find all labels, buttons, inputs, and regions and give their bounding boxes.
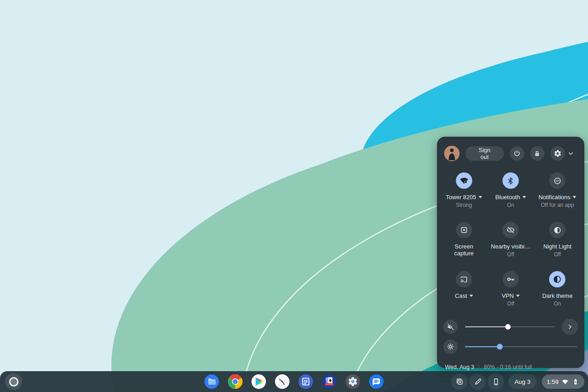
quick-settings-panel: Sign out: [437, 137, 584, 368]
messages-app-icon[interactable]: [369, 374, 384, 389]
vpn-key-icon[interactable]: [503, 271, 519, 287]
tile-status: Strong: [456, 202, 472, 208]
bluetooth-icon[interactable]: [503, 172, 519, 189]
shelf: Aug 3 1:59: [0, 371, 588, 392]
footer-date: Wed, Aug 3: [445, 364, 474, 370]
holding-space-button[interactable]: [451, 373, 468, 390]
brightness-slider-fill: [465, 346, 500, 348]
wifi-locked-icon[interactable]: [456, 172, 472, 189]
sliders-section: [437, 312, 584, 356]
battery-status-text: 80% - 0:16 until full: [484, 364, 531, 370]
brightness-slider-row: [443, 338, 578, 356]
shelf-time: 1:59: [547, 378, 559, 385]
do-not-disturb-icon[interactable]: [549, 172, 565, 189]
dropdown-arrow-icon[interactable]: [516, 295, 520, 297]
brightness-slider-thumb[interactable]: [497, 344, 503, 350]
tile-cast[interactable]: Cast: [441, 271, 487, 312]
settings-app-icon[interactable]: [345, 374, 360, 389]
status-area-pill[interactable]: 1:59: [542, 374, 584, 389]
shelf-date: Aug 3: [514, 378, 530, 385]
wifi-status-icon: [561, 378, 569, 386]
status-tray: Aug 3 1:59: [451, 373, 584, 390]
quick-settings-tiles: Tower 8205 Strong Bluetooth On: [437, 165, 584, 312]
dropdown-arrow-icon[interactable]: [479, 196, 482, 198]
text-editor-app-icon[interactable]: [298, 374, 313, 389]
tile-status: Off for an app: [541, 202, 574, 208]
quick-settings-footer: Wed, Aug 3 80% - 0:16 until full: [437, 358, 584, 370]
files-app-icon[interactable]: [204, 374, 219, 389]
settings-button[interactable]: [550, 146, 565, 161]
tile-screen-capture[interactable]: Screen capture: [441, 222, 487, 263]
collapse-chevron-icon: [567, 150, 574, 157]
tile-status: Off: [507, 251, 514, 258]
screen-capture-icon[interactable]: [456, 222, 472, 238]
battery-charging-icon: [572, 378, 579, 386]
audio-settings-button[interactable]: [562, 319, 578, 335]
launcher-icon: [9, 377, 19, 387]
power-icon: [513, 149, 521, 158]
volume-slider-row: [443, 318, 578, 336]
play-store-app-icon[interactable]: [251, 374, 266, 389]
tile-status: Off: [507, 301, 514, 307]
tile-dark-theme[interactable]: Dark theme On: [534, 271, 581, 312]
settings-gear-icon: [554, 149, 562, 158]
dark-theme-icon[interactable]: [549, 271, 565, 287]
tile-label: VPN: [502, 292, 514, 299]
volume-mute-button[interactable]: [443, 320, 458, 334]
holding-space-icon: [455, 377, 464, 386]
tile-label: Bluetooth: [495, 194, 520, 201]
tile-night-light[interactable]: Night Light Off: [534, 222, 581, 263]
volume-slider-fill: [465, 326, 508, 328]
calendar-date-pill[interactable]: Aug 3: [508, 374, 536, 389]
tile-notifications[interactable]: Notifications Off for an app: [534, 172, 581, 214]
phone-hub-icon: [492, 378, 500, 386]
tile-label: Tower 8205: [446, 194, 476, 201]
stylus-tools-button[interactable]: [469, 373, 486, 390]
phone-hub-button[interactable]: [488, 373, 504, 390]
shelf-app-row: [204, 374, 384, 389]
dropdown-arrow-icon[interactable]: [573, 196, 576, 198]
volume-slider[interactable]: [465, 326, 555, 328]
brightness-slider[interactable]: [465, 346, 577, 348]
launcher-button[interactable]: [5, 373, 22, 390]
tile-vpn[interactable]: VPN Off: [487, 271, 534, 312]
power-button[interactable]: [510, 146, 524, 161]
brightness-icon: [446, 343, 455, 351]
tile-label: Cast: [455, 292, 467, 299]
dropdown-arrow-icon[interactable]: [469, 295, 473, 297]
footer-divider: [479, 364, 479, 370]
tile-label: Notifications: [538, 194, 570, 201]
desktop: Sign out: [0, 0, 588, 392]
brightness-button[interactable]: [443, 339, 458, 354]
volume-muted-icon: [446, 323, 455, 331]
sign-out-button[interactable]: Sign out: [465, 146, 504, 161]
volume-slider-thumb[interactable]: [505, 324, 511, 330]
stylus-tools-icon: [474, 378, 482, 386]
solitaire-app-icon[interactable]: [322, 374, 337, 389]
dropdown-arrow-icon[interactable]: [522, 196, 526, 198]
lock-button[interactable]: [530, 146, 545, 161]
night-light-icon[interactable]: [549, 222, 565, 238]
chrome-app-icon[interactable]: [228, 374, 243, 389]
tile-label: Screen capture: [450, 243, 478, 257]
tile-status: On: [507, 202, 514, 208]
tile-nearby-visibility[interactable]: Nearby visibi… Off: [487, 222, 534, 263]
tile-status: Off: [554, 251, 561, 258]
collapse-panel-button[interactable]: [565, 147, 577, 160]
tile-label: Dark theme: [542, 292, 573, 299]
tile-network[interactable]: Tower 8205 Strong: [441, 172, 487, 214]
cast-icon[interactable]: [456, 271, 472, 287]
tile-label: Nearby visibi…: [491, 243, 530, 250]
tile-status: On: [554, 301, 561, 307]
chevron-right-icon: [566, 323, 574, 330]
quick-settings-header: Sign out: [437, 137, 584, 165]
tile-bluetooth[interactable]: Bluetooth On: [487, 172, 534, 214]
lock-icon: [533, 150, 541, 158]
avatar-photo: [444, 146, 460, 161]
clock-app-icon[interactable]: [275, 374, 290, 389]
tile-label: Night Light: [543, 243, 571, 250]
user-avatar[interactable]: [444, 146, 460, 161]
visibility-off-icon[interactable]: [503, 222, 519, 238]
